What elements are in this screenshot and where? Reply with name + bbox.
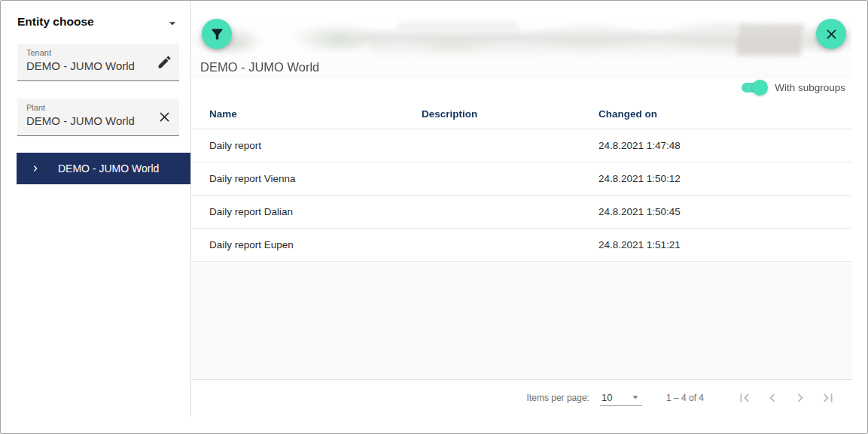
table-row[interactable]: Daily report Eupen 24.8.2021 1:51:21 [191,229,851,262]
tenant-value: DEMO - JUMO World [26,59,135,72]
entity-banner: DEMO - JUMO World [191,17,851,79]
items-per-page-value: 10 [602,392,612,403]
table-row[interactable]: Daily report 24.8.2021 1:47:48 [191,129,851,162]
page-range-label: 1 – 4 of 4 [666,393,704,403]
paginator: Items per page: 10 1 – 4 of 4 [191,380,851,416]
next-page-button[interactable] [790,388,810,408]
cell-changed-on: 24.8.2021 1:50:45 [598,206,851,217]
toggle-thumb [752,80,768,96]
edit-pencil-icon[interactable] [157,54,172,70]
column-header-description[interactable]: Description [422,108,598,120]
filter-funnel-icon [209,26,225,42]
with-subgroups-toggle[interactable] [742,83,765,93]
close-x-icon [824,26,839,42]
entity-choose-title: Entity choose [17,15,94,29]
table-row[interactable]: Daily report Dalian 24.8.2021 1:50:45 [191,196,851,229]
dropdown-caret-icon [629,390,642,404]
filter-button[interactable] [202,19,232,49]
next-page-icon [792,390,809,406]
first-page-icon [736,390,753,406]
column-header-name[interactable]: Name [191,108,422,120]
tree-item-label: DEMO - JUMO World [58,162,159,175]
cell-changed-on: 24.8.2021 1:51:21 [598,239,851,250]
entity-tree-item[interactable]: DEMO - JUMO World [17,153,195,184]
tenant-label: Tenant [26,48,51,57]
first-page-button[interactable] [735,388,754,408]
items-per-page-select[interactable]: 10 [600,390,642,406]
previous-page-button[interactable] [763,388,782,408]
dropdown-caret-icon[interactable] [165,16,180,31]
subgroups-toggle-row: With subgroups [191,78,851,96]
entity-title: DEMO - JUMO World [200,60,319,74]
last-page-icon [820,390,836,406]
tenant-field[interactable]: Tenant DEMO - JUMO World [17,44,179,81]
with-subgroups-label: With subgroups [775,82,845,93]
table-row[interactable]: Daily report Vienna 24.8.2021 1:50:12 [191,162,851,196]
column-header-changed-on[interactable]: Changed on [598,108,851,120]
plant-label: Plant [26,103,45,112]
table-header-row: Name Description Changed on [191,99,851,129]
plant-field[interactable]: Plant DEMO - JUMO World [17,99,179,136]
plant-value: DEMO - JUMO World [26,114,135,127]
cell-name: Daily report Vienna [191,173,422,184]
chevron-right-icon[interactable] [29,162,41,175]
cell-name: Daily report Eupen [191,239,422,250]
close-button[interactable] [816,19,846,49]
clear-x-icon[interactable] [157,109,172,125]
cell-changed-on: 24.8.2021 1:47:48 [598,140,851,151]
cell-name: Daily report [191,140,422,151]
items-per-page-label: Items per page: [527,393,589,403]
last-page-button[interactable] [818,388,838,408]
table-empty-area [191,262,851,380]
previous-page-icon [764,390,781,406]
cell-name: Daily report Dalian [191,206,422,217]
cell-changed-on: 24.8.2021 1:50:12 [598,173,851,184]
app-window: Entity choose Tenant DEMO - JUMO World P… [0,0,868,434]
